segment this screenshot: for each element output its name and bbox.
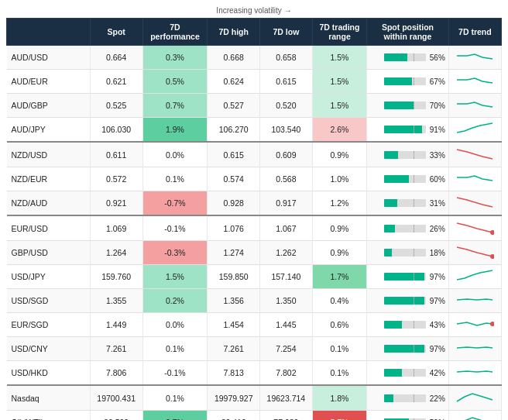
pair-cell: AUD/GBP: [7, 94, 91, 118]
range-cell: 0.6%: [312, 313, 366, 337]
pair-cell: USD/SGD: [7, 289, 91, 313]
range-cell: 1.8%: [312, 385, 366, 411]
spot-position-cell: 42%: [367, 361, 449, 386]
perf-cell: 1.5%: [142, 265, 208, 289]
spot-position-cell: 91%: [367, 118, 449, 143]
trend-cell: [448, 191, 501, 216]
trend-cell: [448, 70, 501, 94]
range-cell: 1.5%: [312, 46, 366, 70]
trend-cell: [448, 361, 501, 386]
main-table: Spot 7Dperformance 7D high 7D low 7D tra…: [6, 18, 502, 420]
spot-cell: 7.261: [90, 337, 142, 361]
spot-cell: 106.030: [90, 118, 142, 143]
pair-cell: AUD/EUR: [7, 70, 91, 94]
col-7d-low: 7D low: [260, 19, 313, 46]
range-cell: 1.2%: [312, 191, 366, 216]
spot-cell: 19700.431: [90, 385, 142, 411]
spot-cell: 1.449: [90, 313, 142, 337]
table-row: EUR/SGD1.4490.0%1.4541.4450.6%43%: [7, 313, 502, 337]
perf-cell: -0.3%: [142, 241, 208, 265]
header-row: Spot 7Dperformance 7D high 7D low 7D tra…: [7, 19, 502, 46]
pair-cell: GBP/USD: [7, 241, 91, 265]
table-row: AUD/JPY106.0301.9%106.270103.5402.6%91%: [7, 118, 502, 143]
spot-cell: 7.806: [90, 361, 142, 386]
table-row: NZD/AUD0.921-0.7%0.9280.9171.2%31%: [7, 191, 502, 216]
perf-cell: 0.1%: [142, 337, 208, 361]
trend-cell: [448, 241, 501, 265]
spot-cell: 1.355: [90, 289, 142, 313]
range-cell: 0.4%: [312, 289, 366, 313]
spot-position-cell: 97%: [367, 337, 449, 361]
trend-cell: [448, 215, 501, 241]
spot-cell: 0.664: [90, 46, 142, 70]
perf-cell: 0.1%: [142, 385, 208, 411]
high-cell: 1.454: [208, 313, 260, 337]
range-cell: 2.6%: [312, 118, 366, 143]
range-cell: 1.5%: [312, 70, 366, 94]
perf-cell: -0.1%: [142, 215, 208, 241]
pair-cell: NZD/EUR: [7, 167, 91, 191]
low-cell: 0.520: [260, 94, 313, 118]
spot-position-cell: 56%: [367, 46, 449, 70]
pair-cell: USD/HKD: [7, 361, 91, 386]
trend-cell: [448, 265, 501, 289]
trend-cell: [448, 46, 501, 70]
spot-position-cell: 31%: [367, 191, 449, 216]
low-cell: 1.067: [260, 215, 313, 241]
range-cell: 0.9%: [312, 142, 366, 167]
high-cell: 0.615: [208, 142, 260, 167]
low-cell: 19623.714: [260, 385, 313, 411]
col-spot-pos: Spot positionwithin range: [367, 19, 449, 46]
table-row: AUD/GBP0.5250.7%0.5270.5201.5%70%: [7, 94, 502, 118]
spot-position-cell: 18%: [367, 241, 449, 265]
table-row: AUD/EUR0.6210.5%0.6240.6151.5%67%: [7, 70, 502, 94]
svg-point-1: [490, 254, 494, 259]
col-spot: Spot: [90, 19, 142, 46]
trend-cell: [448, 385, 501, 411]
pair-cell: EUR/SGD: [7, 313, 91, 337]
spot-position-cell: 22%: [367, 385, 449, 411]
range-cell: 0.1%: [312, 361, 366, 386]
trend-cell: [448, 118, 501, 143]
high-cell: 0.527: [208, 94, 260, 118]
svg-point-2: [490, 322, 494, 326]
spot-cell: 0.572: [90, 167, 142, 191]
col-7d-trend: 7D trend: [448, 19, 501, 46]
spot-cell: 0.611: [90, 142, 142, 167]
trend-cell: [448, 142, 501, 167]
high-cell: 0.624: [208, 70, 260, 94]
spot-cell: 0.921: [90, 191, 142, 216]
trend-cell: [448, 337, 501, 361]
perf-cell: 0.1%: [142, 167, 208, 191]
range-cell: 0.9%: [312, 241, 366, 265]
low-cell: 1.445: [260, 313, 313, 337]
low-cell: 0.615: [260, 70, 313, 94]
perf-cell: -0.1%: [142, 361, 208, 386]
svg-point-0: [490, 230, 494, 235]
trend-cell: [448, 167, 501, 191]
high-cell: 0.574: [208, 167, 260, 191]
high-cell: 106.270: [208, 118, 260, 143]
table-row: USD/HKD7.806-0.1%7.8137.8020.1%42%: [7, 361, 502, 386]
low-cell: 0.917: [260, 191, 313, 216]
spot-cell: 80.590: [90, 411, 142, 421]
table-row: NZD/EUR0.5720.1%0.5740.5681.0%60%: [7, 167, 502, 191]
perf-cell: 2.7%: [142, 411, 208, 421]
table-row: USD/CNY7.2610.1%7.2617.2540.1%97%: [7, 337, 502, 361]
low-cell: 0.568: [260, 167, 313, 191]
perf-cell: 1.9%: [142, 118, 208, 143]
pair-cell: NZD/AUD: [7, 191, 91, 216]
trend-cell: [448, 289, 501, 313]
table-row: USD/JPY159.7601.5%159.850157.1401.7%97%: [7, 265, 502, 289]
range-cell: 0.9%: [312, 215, 366, 241]
high-cell: 1.076: [208, 215, 260, 241]
low-cell: 7.254: [260, 337, 313, 361]
low-cell: 0.609: [260, 142, 313, 167]
pair-cell: EUR/USD: [7, 215, 91, 241]
trend-cell: [448, 411, 501, 421]
table-row: NZD/USD0.6110.0%0.6150.6090.9%33%: [7, 142, 502, 167]
low-cell: 103.540: [260, 118, 313, 143]
col-7d-perf: 7Dperformance: [142, 19, 208, 46]
spot-cell: 1.264: [90, 241, 142, 265]
low-cell: 0.658: [260, 46, 313, 70]
